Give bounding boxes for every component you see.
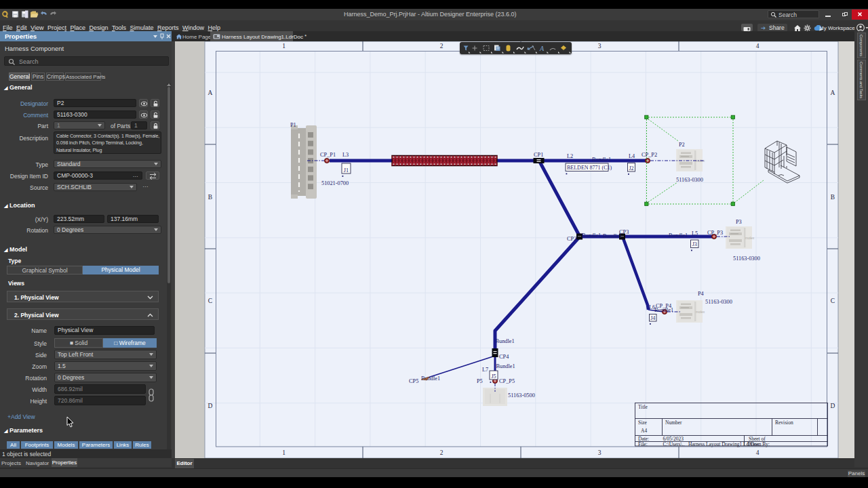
svg-text:Bundle1: Bundle1 bbox=[496, 338, 515, 344]
svg-text:P1: P1 bbox=[290, 122, 296, 128]
svg-text:51163-0300: 51163-0300 bbox=[733, 256, 760, 262]
svg-text:CP4: CP4 bbox=[499, 354, 509, 360]
svg-text:2: 2 bbox=[440, 449, 443, 456]
svg-text:Size: Size bbox=[638, 420, 648, 426]
svg-text:Bundle1: Bundle1 bbox=[421, 375, 440, 382]
svg-text:1: 1 bbox=[282, 449, 285, 456]
svg-text:CP_P2: CP_P2 bbox=[642, 152, 657, 158]
svg-text:51163-0500: 51163-0500 bbox=[508, 392, 535, 399]
svg-text:J4: J4 bbox=[650, 315, 655, 321]
svg-text:L3: L3 bbox=[342, 152, 349, 158]
svg-text:Bundle1: Bundle1 bbox=[592, 157, 611, 163]
svg-text:CP_P1: CP_P1 bbox=[320, 152, 336, 158]
svg-text:CP5: CP5 bbox=[409, 378, 418, 384]
svg-text:51163-0300: 51163-0300 bbox=[676, 177, 703, 183]
svg-text:P5: P5 bbox=[477, 378, 483, 384]
svg-text:CP3: CP3 bbox=[619, 229, 629, 235]
svg-text:Number: Number bbox=[665, 420, 682, 426]
svg-text:C:\Users\..: C:\Users\.. bbox=[663, 441, 685, 447]
svg-text:B: B bbox=[208, 194, 212, 201]
svg-text:CP_P5: CP_P5 bbox=[499, 378, 515, 384]
svg-text:B: B bbox=[831, 194, 835, 201]
svg-text:Bundle1: Bundle1 bbox=[496, 363, 515, 369]
svg-text:J2: J2 bbox=[629, 165, 633, 171]
svg-text:molex: molex bbox=[696, 310, 705, 314]
svg-text:A: A bbox=[831, 89, 835, 96]
svg-text:1: 1 bbox=[282, 43, 285, 49]
svg-text:4: 4 bbox=[756, 43, 760, 49]
svg-text:Revision: Revision bbox=[775, 420, 793, 426]
svg-text:D: D bbox=[208, 403, 213, 409]
svg-text:CP1: CP1 bbox=[534, 152, 543, 158]
svg-text:P3: P3 bbox=[736, 219, 742, 225]
svg-text:Bundle1: Bundle1 bbox=[669, 232, 688, 239]
svg-text:L7: L7 bbox=[482, 367, 488, 373]
svg-text:P4: P4 bbox=[698, 291, 705, 297]
svg-text:J3: J3 bbox=[692, 241, 697, 247]
svg-text:BELDEN 8771 (C1): BELDEN 8771 (C1) bbox=[567, 165, 612, 171]
svg-text:3: 3 bbox=[598, 449, 601, 456]
svg-text:P2: P2 bbox=[679, 142, 685, 148]
svg-text:J1: J1 bbox=[344, 167, 349, 174]
svg-text:A: A bbox=[208, 89, 213, 96]
svg-text:A: A bbox=[539, 45, 545, 52]
svg-text:Title: Title bbox=[638, 404, 648, 410]
svg-text:L4: L4 bbox=[629, 153, 635, 159]
svg-text:CP2: CP2 bbox=[567, 236, 576, 242]
svg-text:Bundle1: Bundle1 bbox=[582, 232, 601, 239]
svg-text:Drawn By:: Drawn By: bbox=[747, 441, 770, 447]
svg-text:2: 2 bbox=[440, 43, 443, 49]
svg-text:L2: L2 bbox=[567, 153, 573, 159]
svg-text:Bundle1: Bundle1 bbox=[654, 307, 673, 313]
svg-text:A4: A4 bbox=[641, 428, 647, 434]
svg-text:CP_P3: CP_P3 bbox=[707, 230, 723, 236]
svg-text:3: 3 bbox=[598, 43, 601, 49]
svg-text:File:: File: bbox=[638, 441, 648, 447]
svg-text:51021-0700: 51021-0700 bbox=[321, 180, 349, 186]
svg-text:C: C bbox=[208, 298, 212, 304]
svg-text:L5: L5 bbox=[692, 230, 698, 237]
svg-text:C: C bbox=[831, 298, 835, 304]
svg-text:J5: J5 bbox=[491, 373, 496, 380]
svg-text:4: 4 bbox=[756, 449, 760, 456]
svg-text:molex: molex bbox=[745, 236, 755, 240]
svg-text:51163-0300: 51163-0300 bbox=[705, 299, 732, 305]
svg-text:D: D bbox=[831, 403, 835, 409]
